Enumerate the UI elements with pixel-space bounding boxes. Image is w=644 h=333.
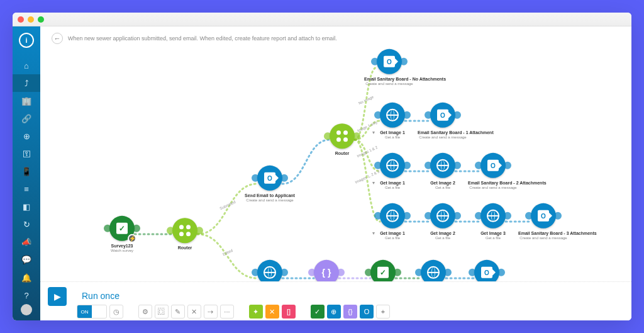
- tools-section: ✦✕[] TOOLS: [249, 305, 296, 320]
- tool-btn-0[interactable]: ✦: [249, 305, 263, 319]
- control-btn-3[interactable]: ✕: [187, 305, 201, 319]
- bell-icon[interactable]: 🔔: [13, 269, 40, 286]
- run-once-label: Run once: [82, 291, 119, 301]
- control-btn-5[interactable]: ···: [220, 305, 234, 319]
- link-icon[interactable]: 🔗: [13, 110, 40, 127]
- favorite-btn-4[interactable]: +: [376, 305, 390, 319]
- node-get_img_1c[interactable]: Get Image 1 Get a file: [367, 203, 418, 240]
- node-get_img_3c[interactable]: Get Image 3 Get a file: [468, 203, 518, 240]
- window-maximize[interactable]: [38, 16, 44, 23]
- filter-icon[interactable]: ▾: [250, 193, 252, 198]
- node-email_sb_1[interactable]: O Email Sanitary Board - 1 Attachment Cr…: [418, 103, 468, 139]
- favorite-btn-2[interactable]: {}: [343, 305, 357, 319]
- window-close[interactable]: [18, 16, 24, 23]
- control-btn-2[interactable]: ✎: [171, 305, 185, 319]
- run-once-button[interactable]: ▶: [48, 287, 67, 306]
- node-email_sb_2[interactable]: O Email Sanitary Board - 2 Attachments C…: [468, 153, 518, 189]
- help-icon[interactable]: ?: [13, 286, 40, 304]
- flow-icon[interactable]: ↻: [13, 215, 40, 233]
- app-window: i ⌂⤴🏢🔗⊕⚿📱≡◧↻📣💬 🔔? ← When new sewer appli…: [13, 13, 631, 320]
- tool-btn-2[interactable]: []: [282, 305, 296, 319]
- control-btn-1[interactable]: ⿴: [155, 305, 169, 319]
- bottom-toolbar: ▶ Run once ON ◷ SCHEDULING ⚙⿴✎✕⇢··· CONT…: [40, 281, 631, 320]
- app-logo[interactable]: i: [19, 33, 34, 48]
- favorite-btn-0[interactable]: ✓: [311, 305, 325, 319]
- org-icon[interactable]: 🏢: [13, 92, 40, 110]
- controls-section: ⚙⿴✎✕⇢··· CONTROLS: [138, 305, 234, 320]
- titlebar: [13, 13, 631, 26]
- data-icon[interactable]: ≡: [13, 180, 40, 198]
- sidebar: i ⌂⤴🏢🔗⊕⚿📱≡◧↻📣💬 🔔?: [13, 26, 40, 320]
- filter-icon[interactable]: ▾: [369, 76, 372, 82]
- filter-icon[interactable]: ▾: [372, 230, 375, 236]
- tool-btn-1[interactable]: ✕: [265, 305, 279, 319]
- key-icon[interactable]: ⚿: [13, 145, 40, 162]
- filter-icon[interactable]: ▾: [372, 180, 375, 186]
- chat-icon[interactable]: 💬: [13, 251, 40, 268]
- control-btn-0[interactable]: ⚙: [138, 305, 152, 319]
- scheduling-toggle[interactable]: ON: [77, 305, 107, 319]
- scenario-canvas[interactable]: ← When new sewer application submitted, …: [40, 26, 631, 320]
- node-router1[interactable]: Router: [160, 218, 210, 251]
- globe-icon[interactable]: ⊕: [13, 127, 40, 145]
- node-email_sb_0[interactable]: O Email Sanitary Board - No Attachments …: [364, 49, 414, 86]
- user-avatar[interactable]: [21, 304, 32, 315]
- share-icon[interactable]: ⤴: [13, 74, 40, 92]
- megaphone-icon[interactable]: 📣: [13, 233, 40, 251]
- device-icon[interactable]: 📱: [13, 162, 40, 180]
- clock-icon[interactable]: ◷: [109, 305, 123, 319]
- favorite-btn-3[interactable]: O: [360, 305, 374, 319]
- favorites-section: ✓⊕{}O+ FAVORITES: [311, 305, 390, 320]
- node-survey123[interactable]: ✓ ⚡ Survey123 Watch survey: [97, 216, 147, 252]
- node-send_applicant[interactable]: O Send Email to Applicant Create and sen…: [245, 166, 295, 202]
- node-email_sb_3[interactable]: O Email Sanitary Board - 3 Attachments C…: [518, 203, 569, 240]
- node-get_img_2c[interactable]: Get Image 2 Get a file: [418, 203, 468, 240]
- filter-icon[interactable]: ▾: [372, 130, 375, 135]
- scheduling-section: ON ◷ SCHEDULING: [77, 305, 123, 320]
- control-btn-4[interactable]: ⇢: [204, 305, 218, 319]
- node-get_img_2b[interactable]: Get Image 2 Get a file: [418, 153, 468, 189]
- home-icon[interactable]: ⌂: [13, 57, 40, 74]
- cube-icon[interactable]: ◧: [13, 198, 40, 215]
- window-minimize[interactable]: [28, 16, 34, 23]
- favorite-btn-1[interactable]: ⊕: [327, 305, 341, 319]
